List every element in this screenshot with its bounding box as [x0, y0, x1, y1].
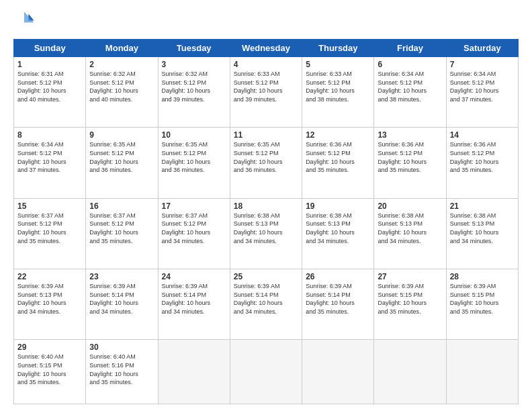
day-number: 9	[89, 130, 154, 140]
day-info: Sunrise: 6:40 AM Sunset: 5:16 PM Dayligh…	[89, 353, 154, 386]
day-info: Sunrise: 6:34 AM Sunset: 5:12 PM Dayligh…	[17, 140, 82, 174]
day-number: 6	[378, 60, 442, 69]
day-number: 4	[234, 60, 298, 69]
day-number: 26	[306, 272, 370, 281]
day-cell-10: 10Sunrise: 6:35 AM Sunset: 5:12 PM Dayli…	[158, 128, 230, 198]
day-info: Sunrise: 6:40 AM Sunset: 5:15 PM Dayligh…	[17, 353, 82, 386]
day-number: 13	[378, 130, 442, 140]
day-cell-19: 19Sunrise: 6:38 AM Sunset: 5:13 PM Dayli…	[302, 198, 374, 269]
day-info: Sunrise: 6:39 AM Sunset: 5:14 PM Dayligh…	[306, 282, 370, 316]
day-cell-30: 30Sunrise: 6:40 AM Sunset: 5:16 PM Dayli…	[86, 340, 158, 404]
day-info: Sunrise: 6:32 AM Sunset: 5:12 PM Dayligh…	[162, 70, 226, 103]
day-cell-8: 8Sunrise: 6:34 AM Sunset: 5:12 PM Daylig…	[14, 128, 86, 198]
day-info: Sunrise: 6:38 AM Sunset: 5:13 PM Dayligh…	[450, 212, 515, 245]
day-number: 8	[17, 130, 82, 140]
weekday-header-thursday: Thursday	[302, 40, 374, 57]
day-cell-12: 12Sunrise: 6:36 AM Sunset: 5:12 PM Dayli…	[302, 128, 374, 198]
day-info: Sunrise: 6:39 AM Sunset: 5:14 PM Dayligh…	[162, 282, 226, 316]
day-number: 21	[450, 201, 515, 211]
day-info: Sunrise: 6:39 AM Sunset: 5:14 PM Dayligh…	[89, 282, 154, 316]
weekday-header-monday: Monday	[86, 40, 158, 57]
day-number: 5	[306, 60, 370, 69]
day-number: 28	[450, 272, 515, 281]
weekday-header-friday: Friday	[374, 40, 446, 57]
day-info: Sunrise: 6:36 AM Sunset: 5:12 PM Dayligh…	[306, 140, 370, 174]
day-info: Sunrise: 6:35 AM Sunset: 5:12 PM Dayligh…	[162, 140, 226, 174]
day-number: 22	[17, 272, 82, 281]
day-number: 10	[162, 130, 226, 140]
day-info: Sunrise: 6:38 AM Sunset: 5:13 PM Dayligh…	[378, 212, 442, 245]
day-cell-22: 22Sunrise: 6:39 AM Sunset: 5:13 PM Dayli…	[14, 269, 86, 340]
day-info: Sunrise: 6:34 AM Sunset: 5:12 PM Dayligh…	[378, 70, 442, 103]
day-info: Sunrise: 6:37 AM Sunset: 5:12 PM Dayligh…	[162, 212, 226, 245]
weekday-header-row: SundayMondayTuesdayWednesdayThursdayFrid…	[14, 40, 519, 57]
day-info: Sunrise: 6:35 AM Sunset: 5:12 PM Dayligh…	[234, 140, 298, 174]
day-cell-15: 15Sunrise: 6:37 AM Sunset: 5:12 PM Dayli…	[14, 198, 86, 269]
day-info: Sunrise: 6:35 AM Sunset: 5:12 PM Dayligh…	[89, 140, 154, 174]
day-cell-4: 4Sunrise: 6:33 AM Sunset: 5:12 PM Daylig…	[230, 57, 302, 128]
day-cell-20: 20Sunrise: 6:38 AM Sunset: 5:13 PM Dayli…	[374, 198, 446, 269]
day-info: Sunrise: 6:37 AM Sunset: 5:12 PM Dayligh…	[17, 212, 82, 245]
logo	[13, 11, 38, 32]
day-info: Sunrise: 6:33 AM Sunset: 5:12 PM Dayligh…	[234, 70, 298, 103]
day-info: Sunrise: 6:38 AM Sunset: 5:13 PM Dayligh…	[234, 212, 298, 245]
day-info: Sunrise: 6:31 AM Sunset: 5:12 PM Dayligh…	[17, 70, 82, 103]
day-cell-21: 21Sunrise: 6:38 AM Sunset: 5:13 PM Dayli…	[446, 198, 518, 269]
week-row-5: 29Sunrise: 6:40 AM Sunset: 5:15 PM Dayli…	[14, 340, 519, 404]
day-number: 7	[450, 60, 515, 69]
week-row-2: 8Sunrise: 6:34 AM Sunset: 5:12 PM Daylig…	[14, 128, 519, 198]
day-cell-28: 28Sunrise: 6:39 AM Sunset: 5:15 PM Dayli…	[446, 269, 518, 340]
day-cell-2: 2Sunrise: 6:32 AM Sunset: 5:12 PM Daylig…	[86, 57, 158, 128]
day-info: Sunrise: 6:39 AM Sunset: 5:14 PM Dayligh…	[234, 282, 298, 316]
day-number: 14	[450, 130, 515, 140]
day-info: Sunrise: 6:38 AM Sunset: 5:13 PM Dayligh…	[306, 212, 370, 245]
day-cell-3: 3Sunrise: 6:32 AM Sunset: 5:12 PM Daylig…	[158, 57, 230, 128]
day-cell-9: 9Sunrise: 6:35 AM Sunset: 5:12 PM Daylig…	[86, 128, 158, 198]
day-number: 20	[378, 201, 442, 211]
week-row-4: 22Sunrise: 6:39 AM Sunset: 5:13 PM Dayli…	[14, 269, 519, 340]
day-number: 27	[378, 272, 442, 281]
week-row-1: 1Sunrise: 6:31 AM Sunset: 5:12 PM Daylig…	[14, 57, 519, 128]
day-info: Sunrise: 6:39 AM Sunset: 5:15 PM Dayligh…	[450, 282, 515, 316]
day-cell-24: 24Sunrise: 6:39 AM Sunset: 5:14 PM Dayli…	[158, 269, 230, 340]
day-cell-25: 25Sunrise: 6:39 AM Sunset: 5:14 PM Dayli…	[230, 269, 302, 340]
day-cell-29: 29Sunrise: 6:40 AM Sunset: 5:15 PM Dayli…	[14, 340, 86, 404]
empty-cell	[230, 340, 302, 404]
day-cell-6: 6Sunrise: 6:34 AM Sunset: 5:12 PM Daylig…	[374, 57, 446, 128]
day-info: Sunrise: 6:33 AM Sunset: 5:12 PM Dayligh…	[306, 70, 370, 103]
day-info: Sunrise: 6:36 AM Sunset: 5:12 PM Dayligh…	[378, 140, 442, 174]
day-cell-14: 14Sunrise: 6:36 AM Sunset: 5:12 PM Dayli…	[446, 128, 518, 198]
day-info: Sunrise: 6:36 AM Sunset: 5:12 PM Dayligh…	[450, 140, 515, 174]
day-number: 24	[162, 272, 226, 281]
week-row-3: 15Sunrise: 6:37 AM Sunset: 5:12 PM Dayli…	[14, 198, 519, 269]
day-info: Sunrise: 6:37 AM Sunset: 5:12 PM Dayligh…	[89, 212, 154, 245]
day-number: 12	[306, 130, 370, 140]
day-number: 29	[17, 342, 82, 352]
weekday-header-saturday: Saturday	[446, 40, 518, 57]
day-number: 19	[306, 201, 370, 211]
day-cell-16: 16Sunrise: 6:37 AM Sunset: 5:12 PM Dayli…	[86, 198, 158, 269]
day-cell-27: 27Sunrise: 6:39 AM Sunset: 5:15 PM Dayli…	[374, 269, 446, 340]
day-cell-13: 13Sunrise: 6:36 AM Sunset: 5:12 PM Dayli…	[374, 128, 446, 198]
empty-cell	[158, 340, 230, 404]
day-cell-5: 5Sunrise: 6:33 AM Sunset: 5:12 PM Daylig…	[302, 57, 374, 128]
day-cell-26: 26Sunrise: 6:39 AM Sunset: 5:14 PM Dayli…	[302, 269, 374, 340]
day-cell-18: 18Sunrise: 6:38 AM Sunset: 5:13 PM Dayli…	[230, 198, 302, 269]
day-number: 18	[234, 201, 298, 211]
day-info: Sunrise: 6:32 AM Sunset: 5:12 PM Dayligh…	[89, 70, 154, 103]
day-info: Sunrise: 6:34 AM Sunset: 5:12 PM Dayligh…	[450, 70, 515, 103]
calendar-table: SundayMondayTuesdayWednesdayThursdayFrid…	[13, 39, 519, 404]
day-number: 30	[89, 342, 154, 352]
header	[13, 11, 519, 32]
weekday-header-wednesday: Wednesday	[230, 40, 302, 57]
weekday-header-tuesday: Tuesday	[158, 40, 230, 57]
day-number: 15	[17, 201, 82, 211]
day-number: 17	[162, 201, 226, 211]
day-number: 23	[89, 272, 154, 281]
day-cell-7: 7Sunrise: 6:34 AM Sunset: 5:12 PM Daylig…	[446, 57, 518, 128]
logo-icon	[13, 11, 35, 32]
day-number: 11	[234, 130, 298, 140]
day-number: 25	[234, 272, 298, 281]
empty-cell	[302, 340, 374, 404]
day-cell-23: 23Sunrise: 6:39 AM Sunset: 5:14 PM Dayli…	[86, 269, 158, 340]
